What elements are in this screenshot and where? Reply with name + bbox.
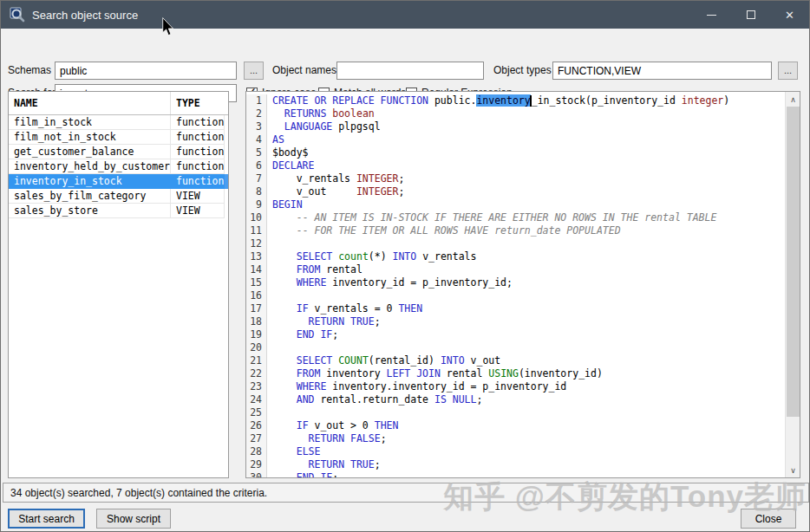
- line-number: 20: [246, 341, 267, 354]
- minimize-icon: [707, 15, 716, 16]
- line-number: 17: [246, 302, 267, 315]
- code-line: 6DECLARE: [246, 159, 785, 172]
- object-type-cell: function: [171, 145, 225, 159]
- code-line: 24 AND rental.return_date IS NULL;: [246, 393, 785, 406]
- code-line: 27 RETURN FALSE;: [246, 432, 785, 445]
- code-line: 23 WHERE inventory.inventory_id = p_inve…: [246, 380, 785, 393]
- close-button[interactable]: Close: [741, 509, 796, 529]
- line-number: 12: [246, 237, 267, 250]
- code-lines: 1CREATE OR REPLACE FUNCTION public.inven…: [246, 92, 785, 477]
- code-line: 22 FROM inventory LEFT JOIN rental USING…: [246, 367, 785, 380]
- table-header-row: NAME TYPE: [9, 92, 228, 115]
- line-number: 29: [246, 458, 267, 471]
- line-number: 18: [246, 315, 267, 328]
- code-line: 21 SELECT COUNT(rental_id) INTO v_out: [246, 354, 785, 367]
- line-number: 30: [246, 471, 267, 477]
- minimize-button[interactable]: [692, 1, 731, 29]
- code-line: 26 IF v_out > 0 THEN: [246, 419, 785, 432]
- code-scroll-area[interactable]: 1CREATE OR REPLACE FUNCTION public.inven…: [246, 92, 785, 477]
- results-table-body: film_in_stockfunctionfilm_not_in_stockfu…: [9, 115, 228, 218]
- table-row[interactable]: sales_by_film_categoryVIEW: [9, 189, 228, 204]
- maximize-button[interactable]: [731, 1, 770, 29]
- code-line: 11 -- FOR THE ITEM OR ALL ROWS HAVE retu…: [246, 224, 785, 237]
- status-bar: 34 object(s) searched, 7 object(s) conta…: [3, 483, 809, 503]
- code-line: 13 SELECT count(*) INTO v_rentals: [246, 250, 785, 263]
- object-name-cell: sales_by_film_category: [9, 189, 171, 204]
- source-code-viewer[interactable]: 1CREATE OR REPLACE FUNCTION public.inven…: [245, 91, 800, 478]
- column-header-name[interactable]: NAME: [9, 92, 171, 114]
- code-line: 25: [246, 406, 785, 419]
- code-line: 12: [246, 237, 785, 250]
- object-types-label: Object types: [493, 62, 552, 80]
- line-number: 4: [246, 133, 267, 146]
- code-line: 17 IF v_rentals = 0 THEN: [246, 302, 785, 315]
- schemas-browse-button[interactable]: ...: [244, 62, 264, 80]
- code-line: 16: [246, 289, 785, 302]
- object-name-cell: film_in_stock: [9, 115, 171, 130]
- code-line: 4AS: [246, 133, 785, 146]
- start-search-button[interactable]: Start search: [8, 509, 85, 529]
- scroll-up-icon[interactable]: ∧: [786, 92, 800, 107]
- close-window-button[interactable]: ✕: [770, 1, 809, 29]
- line-number: 16: [246, 289, 267, 302]
- vertical-scrollbar[interactable]: ∧ ∨: [785, 92, 800, 477]
- scrollbar-thumb[interactable]: [787, 107, 800, 417]
- object-type-cell: VIEW: [171, 204, 225, 218]
- line-number: 21: [246, 354, 267, 367]
- code-line: 20: [246, 341, 785, 354]
- object-type-cell: function: [171, 130, 225, 145]
- scroll-down-icon[interactable]: ∨: [786, 463, 800, 477]
- titlebar[interactable]: Search object source ✕: [1, 1, 809, 29]
- line-number: 15: [246, 276, 267, 289]
- object-name-cell: sales_by_store: [9, 204, 171, 218]
- table-row[interactable]: film_not_in_stockfunction: [9, 130, 228, 145]
- object-name-cell: get_customer_balance: [9, 145, 171, 159]
- search-match-highlight: inventory: [476, 94, 530, 107]
- line-number: 1: [246, 94, 267, 107]
- object-types-input[interactable]: [552, 62, 772, 80]
- object-type-cell: VIEW: [171, 189, 225, 204]
- line-number: 5: [246, 146, 267, 159]
- table-row[interactable]: inventory_held_by_customerfunction: [9, 159, 228, 174]
- code-line: 7 v_rentals INTEGER;: [246, 172, 785, 185]
- schemas-input[interactable]: [55, 62, 237, 80]
- line-number: 8: [246, 185, 267, 198]
- code-line: 5$body$: [246, 146, 785, 159]
- line-number: 23: [246, 380, 267, 393]
- status-text: 34 object(s) searched, 7 object(s) conta…: [10, 487, 267, 499]
- line-number: 2: [246, 107, 267, 120]
- results-table: NAME TYPE film_in_stockfunctionfilm_not_…: [8, 91, 229, 478]
- line-number: 13: [246, 250, 267, 263]
- code-line: 15 WHERE inventory_id = p_inventory_id;: [246, 276, 785, 289]
- table-row[interactable]: inventory_in_stockfunction: [9, 174, 228, 189]
- code-line: 1CREATE OR REPLACE FUNCTION public.inven…: [246, 94, 785, 107]
- line-number: 14: [246, 263, 267, 276]
- line-number: 28: [246, 445, 267, 458]
- schemas-label: Schemas: [8, 62, 51, 80]
- line-number: 7: [246, 172, 267, 185]
- show-script-button[interactable]: Show script: [96, 509, 171, 529]
- code-line: 18 RETURN TRUE;: [246, 315, 785, 328]
- line-number: 22: [246, 367, 267, 380]
- object-types-browse-button[interactable]: ...: [778, 62, 798, 80]
- line-number: 3: [246, 120, 267, 133]
- column-header-type[interactable]: TYPE: [171, 92, 225, 114]
- maximize-icon: [747, 10, 755, 19]
- object-type-cell: function: [171, 174, 225, 189]
- line-number: 25: [246, 406, 267, 419]
- code-line: 29 RETURN TRUE;: [246, 458, 785, 471]
- line-number: 11: [246, 224, 267, 237]
- code-line: 30 END IF;: [246, 471, 785, 477]
- object-names-input[interactable]: [336, 62, 484, 80]
- table-row[interactable]: sales_by_storeVIEW: [9, 204, 228, 218]
- line-number: 10: [246, 211, 267, 224]
- object-type-cell: function: [171, 159, 225, 174]
- app-magnifier-icon: [10, 7, 25, 23]
- table-row[interactable]: get_customer_balancefunction: [9, 145, 228, 159]
- line-number: 24: [246, 393, 267, 406]
- table-row[interactable]: film_in_stockfunction: [9, 115, 228, 130]
- search-form: Schemas ... Object names Object types ..…: [1, 29, 809, 88]
- code-line: 10 -- AN ITEM IS IN-STOCK IF THERE ARE E…: [246, 211, 785, 224]
- close-icon: ✕: [785, 10, 794, 21]
- line-number: 19: [246, 328, 267, 341]
